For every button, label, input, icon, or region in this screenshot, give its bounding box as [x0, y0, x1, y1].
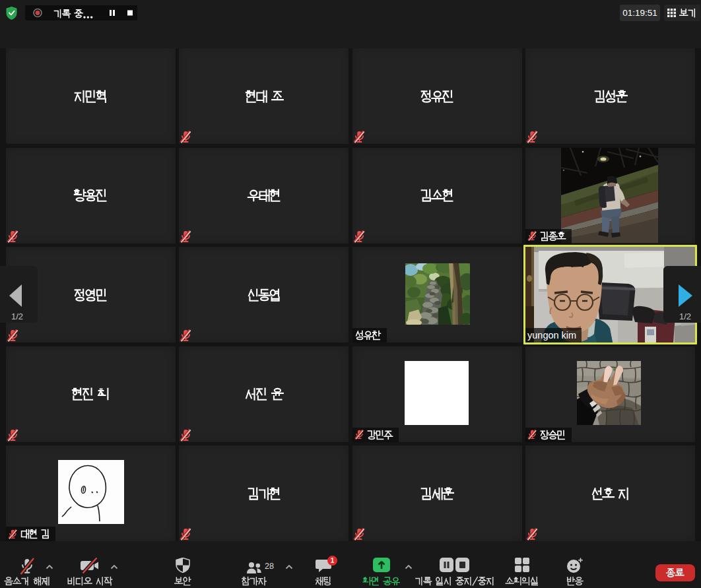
svg-text:1/2: 1/2	[679, 311, 691, 321]
svg-text:1/2: 1/2	[11, 311, 23, 321]
